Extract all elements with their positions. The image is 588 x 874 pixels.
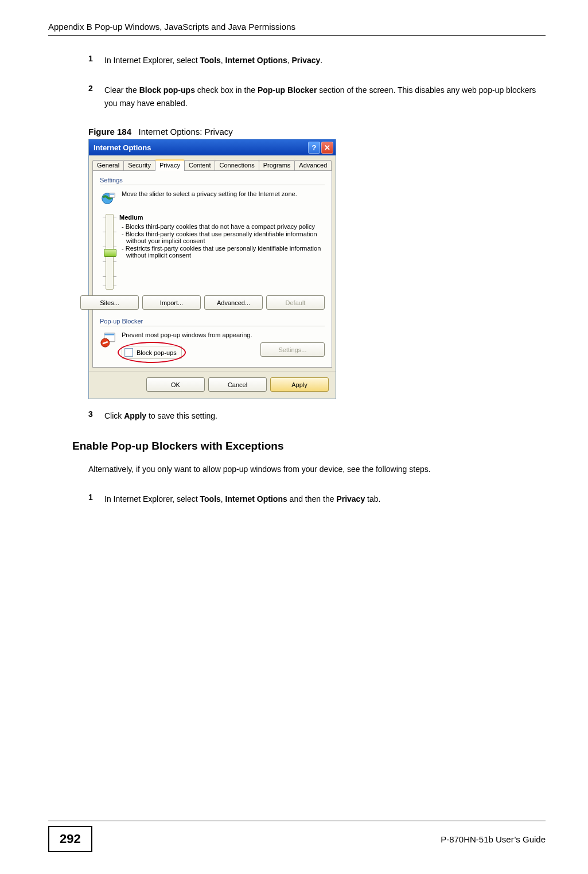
tab-bar: General Security Privacy Content Connect… <box>89 155 336 170</box>
popup-blocker-body: Prevent most pop-up windows from appeari… <box>122 331 325 359</box>
ok-button[interactable]: OK <box>146 377 205 392</box>
step-2-text: Clear the Block pop-ups check box in the… <box>104 84 546 110</box>
body-content: 1 In Internet Explorer, select Tools, In… <box>88 54 546 506</box>
page-number: 292 <box>48 826 92 852</box>
step-2-number: 2 <box>88 84 104 93</box>
figure-label: Figure 184 <box>88 127 131 136</box>
t: check box in the <box>195 85 258 95</box>
section2-step-1-text: In Internet Explorer, select Tools, Inte… <box>104 493 380 505</box>
tab-connections[interactable]: Connections <box>215 160 259 170</box>
t: , <box>221 56 225 65</box>
tab-security[interactable]: Security <box>123 160 155 170</box>
help-button[interactable]: ? <box>308 142 320 154</box>
apply-button[interactable]: Apply <box>270 377 329 392</box>
svg-rect-4 <box>104 334 114 335</box>
t: Privacy <box>336 494 365 504</box>
popup-settings-button: Settings... <box>260 342 325 357</box>
block-popups-checkbox[interactable] <box>124 348 133 357</box>
settings-section-title: Settings <box>100 177 325 185</box>
popup-blocker-icon <box>100 331 117 348</box>
t: and then the <box>287 494 337 504</box>
t: Tools <box>200 56 221 65</box>
cancel-button[interactable]: Cancel <box>208 377 267 392</box>
settings-buttons: Sites... Import... Advanced... Default <box>100 295 325 310</box>
t: In Internet Explorer, select <box>104 494 200 504</box>
section2-step-1-number: 1 <box>88 493 104 502</box>
section2-step-1: 1 In Internet Explorer, select Tools, In… <box>88 493 546 505</box>
t: tab. <box>365 494 380 504</box>
page-footer: 292 P-870HN-51b User’s Guide <box>0 821 588 852</box>
step-3-number: 3 <box>88 409 104 419</box>
header-rule <box>48 35 546 36</box>
tab-content[interactable]: Content <box>184 160 216 170</box>
tab-advanced[interactable]: Advanced <box>294 160 332 170</box>
tab-privacy[interactable]: Privacy <box>155 159 185 171</box>
dialog-titlebar[interactable]: Internet Options ? ✕ <box>89 139 336 155</box>
privacy-panel: Settings Move the slider to select a pri… <box>92 170 332 368</box>
bullet: Restricts first-party cookies that use p… <box>126 245 325 259</box>
heading-enable-popup-exceptions: Enable Pop-up Blockers with Exceptions <box>72 440 546 452</box>
t: , <box>221 494 225 504</box>
close-button[interactable]: ✕ <box>321 142 333 154</box>
footer-rule <box>48 821 546 821</box>
privacy-level-bullets: Blocks third-party cookies that do not h… <box>119 223 325 259</box>
guide-name: P-870HN-51b User’s Guide <box>441 834 546 844</box>
settings-desc: Move the slider to select a privacy sett… <box>122 190 297 207</box>
t: to save this setting. <box>146 411 217 420</box>
step-3: 3 Click Apply to save this setting. <box>88 409 546 422</box>
dialog-footer: OK Cancel Apply <box>89 371 336 399</box>
block-popups-label: Block pop-ups <box>137 349 177 356</box>
figure-caption: Figure 184 Internet Options: Privacy <box>88 127 546 136</box>
t: Privacy <box>292 56 321 65</box>
privacy-slider-block: Medium Blocks third-party cookies that d… <box>100 214 325 290</box>
sites-button[interactable]: Sites... <box>80 295 139 310</box>
t: Click <box>104 411 124 420</box>
step-3-text: Click Apply to save this setting. <box>104 409 217 422</box>
t: . <box>320 56 322 65</box>
t: Clear the <box>104 85 139 95</box>
tab-programs[interactable]: Programs <box>259 160 295 170</box>
import-button[interactable]: Import... <box>142 295 201 310</box>
privacy-level-name: Medium <box>119 214 325 221</box>
tab-general[interactable]: General <box>92 160 124 170</box>
step-1-number: 1 <box>88 54 104 63</box>
t: In Internet Explorer, select <box>104 56 200 65</box>
dialog-title: Internet Options <box>94 143 307 152</box>
internet-options-dialog: Internet Options ? ✕ General Security Pr… <box>88 139 336 399</box>
running-head: Appendix B Pop-up Windows, JavaScripts a… <box>48 22 546 32</box>
block-popups-checkbox-row[interactable]: Block pop-ups <box>122 346 182 359</box>
bullet: Blocks third-party cookies that do not h… <box>126 223 325 230</box>
t: Pop-up Blocker <box>258 85 317 95</box>
t: , <box>287 56 292 65</box>
step-1: 1 In Internet Explorer, select Tools, In… <box>88 54 546 67</box>
popup-blocker-row: Prevent most pop-up windows from appeari… <box>100 331 325 359</box>
svg-rect-2 <box>110 194 115 195</box>
slider-track <box>106 214 114 290</box>
alt-paragraph: Alternatively, if you only want to allow… <box>88 463 546 475</box>
advanced-button[interactable]: Advanced... <box>204 295 263 310</box>
step-2: 2 Clear the Block pop-ups check box in t… <box>88 84 546 110</box>
bullet: Blocks third-party cookies that use pers… <box>126 231 325 244</box>
privacy-level: Medium Blocks third-party cookies that d… <box>119 214 325 290</box>
privacy-slider[interactable] <box>100 214 119 290</box>
default-button: Default <box>266 295 325 310</box>
step-1-text: In Internet Explorer, select Tools, Inte… <box>104 54 322 67</box>
t: Tools <box>200 494 221 504</box>
settings-desc-row: Move the slider to select a privacy sett… <box>100 190 325 207</box>
popup-blocker-section-title: Pop-up Blocker <box>100 318 325 326</box>
figure-184: Internet Options ? ✕ General Security Pr… <box>88 139 546 399</box>
t: Internet Options <box>225 56 287 65</box>
slider-thumb[interactable] <box>104 249 116 257</box>
figure-title: Internet Options: Privacy <box>139 127 233 136</box>
t: Apply <box>124 411 146 420</box>
t: Block pop-ups <box>139 85 195 95</box>
popup-blocker-desc: Prevent most pop-up windows from appeari… <box>122 331 325 339</box>
globe-icon <box>100 190 117 207</box>
t: Internet Options <box>225 494 287 504</box>
